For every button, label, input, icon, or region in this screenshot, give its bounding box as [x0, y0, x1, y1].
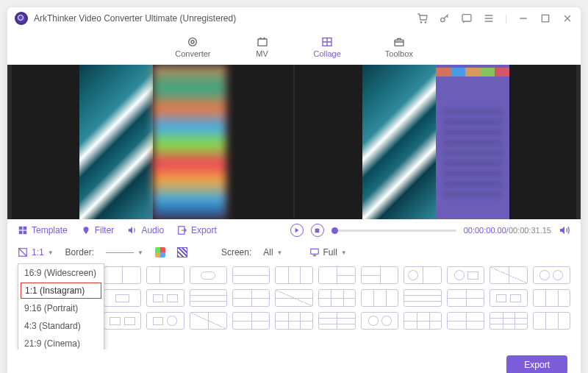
- svg-rect-7: [258, 39, 267, 46]
- layout-template[interactable]: [146, 289, 184, 307]
- layout-template[interactable]: [275, 312, 312, 330]
- layout-template[interactable]: [447, 289, 484, 307]
- svg-rect-13: [24, 231, 27, 235]
- tab-label: Toolbox: [385, 49, 413, 58]
- layout-template[interactable]: [318, 289, 356, 307]
- app-logo-icon: [15, 12, 28, 25]
- maximize-icon[interactable]: [539, 13, 551, 24]
- menu-icon[interactable]: [483, 13, 495, 24]
- layout-template[interactable]: [404, 266, 441, 284]
- seek-thumb[interactable]: [331, 227, 338, 234]
- layout-template[interactable]: [533, 266, 570, 284]
- separator: |: [505, 13, 507, 24]
- layout-template[interactable]: [447, 312, 484, 330]
- screen-mode-dropdown[interactable]: Full ▼: [309, 247, 347, 257]
- time-display: 00:00:00.00/00:00:31.15: [464, 226, 551, 235]
- preview-pane-right[interactable]: [295, 65, 576, 219]
- tool-label: Audio: [141, 225, 164, 235]
- tab-label: Collage: [314, 49, 341, 58]
- layout-template[interactable]: [104, 312, 141, 330]
- layout-template[interactable]: [232, 289, 270, 307]
- layout-template[interactable]: [318, 266, 356, 284]
- ratio-option-1-1[interactable]: 1:1 (Instagram): [21, 283, 101, 299]
- border-style-dropdown[interactable]: ▼: [106, 249, 143, 256]
- layout-template[interactable]: [361, 289, 398, 307]
- tab-toolbox[interactable]: Toolbox: [385, 36, 413, 58]
- template-options: 1:1 ▼ Border: ▼ Screen: All ▼ Full ▼: [7, 241, 581, 263]
- playback-controls: 00:00:00.00/00:00:31.15: [290, 224, 570, 237]
- layout-template[interactable]: [447, 266, 484, 284]
- layout-template[interactable]: [104, 266, 141, 284]
- preview-pane-left[interactable]: [12, 65, 293, 219]
- aspect-ratio-dropdown[interactable]: 1:1 ▼: [18, 247, 54, 257]
- seek-bar[interactable]: [331, 230, 456, 232]
- play-button[interactable]: [290, 224, 304, 237]
- svg-rect-9: [395, 40, 404, 46]
- svg-point-6: [191, 40, 194, 43]
- layout-template[interactable]: [318, 312, 356, 330]
- volume-icon[interactable]: [559, 224, 570, 236]
- video-clip-3[interactable]: [362, 65, 436, 219]
- border-color-picker[interactable]: [155, 247, 165, 257]
- tool-template[interactable]: Template: [18, 225, 68, 235]
- video-clip-2-selected[interactable]: [153, 65, 226, 219]
- close-icon[interactable]: [562, 13, 573, 24]
- titlebar: ArkThinker Video Converter Ultimate (Unr…: [7, 7, 581, 29]
- stop-button[interactable]: [311, 224, 324, 237]
- chevron-down-icon: ▼: [341, 249, 347, 256]
- ratio-option-16-9[interactable]: 16:9 (Widescreen): [18, 264, 104, 282]
- layout-template[interactable]: [146, 312, 184, 330]
- audio-icon: [127, 225, 137, 235]
- tool-audio[interactable]: Audio: [127, 225, 164, 235]
- tool-export[interactable]: Export: [177, 225, 217, 235]
- layout-template[interactable]: [190, 312, 227, 330]
- aspect-ratio-menu: 16:9 (Widescreen) 1:1 (Instagram) 9:16 (…: [18, 263, 104, 349]
- layout-template[interactable]: [490, 266, 527, 284]
- ratio-icon: [18, 247, 28, 257]
- layout-template[interactable]: [361, 266, 398, 284]
- ratio-value: 1:1: [32, 247, 44, 257]
- layout-template[interactable]: [361, 312, 398, 330]
- layout-template[interactable]: [275, 289, 312, 307]
- layout-template[interactable]: [490, 289, 527, 307]
- svg-rect-15: [315, 228, 320, 232]
- export-icon: [177, 225, 187, 235]
- svg-rect-17: [310, 249, 318, 254]
- video-clip-4[interactable]: [436, 65, 509, 219]
- screen-option: Screen:: [221, 247, 251, 257]
- tab-converter[interactable]: Converter: [175, 36, 210, 58]
- tab-collage[interactable]: Collage: [314, 36, 341, 58]
- key-icon[interactable]: [439, 13, 451, 24]
- ratio-option-21-9[interactable]: 21:9 (Cinema): [18, 335, 104, 349]
- layout-template[interactable]: [190, 266, 227, 284]
- screen-label: Screen:: [221, 247, 251, 257]
- export-button[interactable]: Export: [506, 355, 567, 373]
- layout-template[interactable]: [404, 312, 441, 330]
- tool-label: Export: [191, 225, 217, 235]
- layout-template[interactable]: [190, 289, 227, 307]
- layout-template[interactable]: [104, 289, 141, 307]
- tool-filter[interactable]: Filter: [81, 225, 115, 235]
- layout-template[interactable]: [533, 312, 570, 330]
- layout-template[interactable]: [232, 266, 270, 284]
- svg-rect-11: [24, 227, 27, 230]
- feedback-icon[interactable]: [461, 13, 473, 24]
- cart-icon[interactable]: [417, 13, 429, 24]
- layout-template[interactable]: [146, 266, 184, 284]
- layout-template[interactable]: [275, 266, 312, 284]
- converter-icon: [185, 36, 200, 48]
- video-clip-1[interactable]: [79, 65, 153, 219]
- screen-dropdown[interactable]: All ▼: [263, 247, 282, 257]
- layout-template[interactable]: [490, 312, 527, 330]
- border-pattern-toggle[interactable]: [177, 247, 187, 257]
- tab-label: Converter: [175, 49, 210, 58]
- ratio-option-9-16[interactable]: 9:16 (Portrait): [18, 299, 104, 317]
- minimize-icon[interactable]: [517, 13, 529, 24]
- border-option: Border:: [65, 247, 94, 257]
- tab-mv[interactable]: MV: [255, 36, 270, 58]
- layout-template[interactable]: [404, 289, 441, 307]
- layout-template[interactable]: [533, 289, 570, 307]
- template-icon: [18, 225, 28, 235]
- layout-template[interactable]: [232, 312, 270, 330]
- ratio-option-4-3[interactable]: 4:3 (Standard): [18, 317, 104, 335]
